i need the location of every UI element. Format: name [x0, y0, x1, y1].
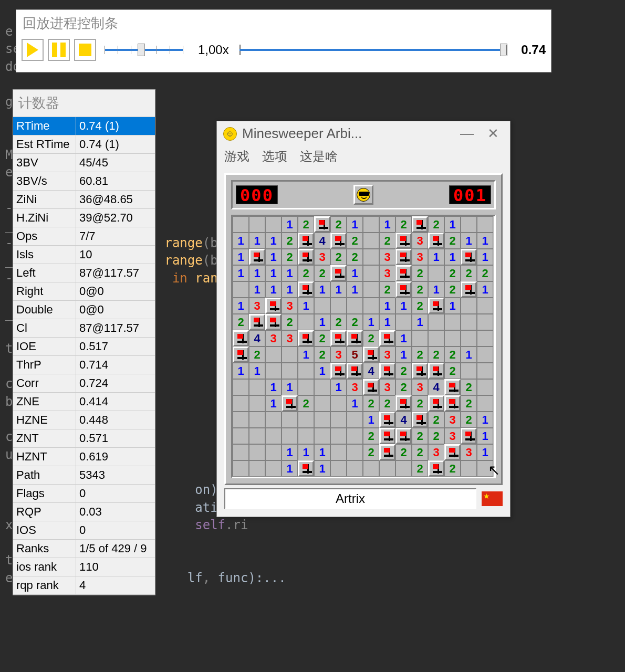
cell[interactable]: 1	[347, 281, 363, 298]
cell[interactable]	[249, 460, 265, 477]
cell[interactable]	[298, 460, 314, 477]
cell[interactable]	[298, 314, 314, 330]
cell[interactable]: 3	[347, 379, 363, 395]
counter-row[interactable]: ZNT0.571	[13, 429, 155, 448]
cell[interactable]: 1	[347, 265, 363, 281]
pause-button[interactable]	[48, 39, 70, 61]
cell[interactable]	[314, 395, 330, 412]
cell[interactable]	[347, 330, 363, 346]
cell[interactable]: 1	[265, 265, 282, 281]
counter-row[interactable]: Ranks1/5 of 429 / 9	[13, 540, 155, 558]
close-button[interactable]: ✕	[483, 125, 504, 142]
cell[interactable]: 3	[249, 298, 265, 314]
cell[interactable]: 2	[477, 265, 493, 281]
cell[interactable]	[477, 460, 493, 477]
cell[interactable]	[444, 444, 461, 460]
cell[interactable]: 1	[314, 281, 330, 298]
cell[interactable]	[363, 233, 379, 249]
cell[interactable]	[461, 298, 477, 314]
cell[interactable]	[298, 233, 314, 249]
cell[interactable]: 2	[461, 395, 477, 412]
cell[interactable]: 1	[265, 249, 282, 265]
cell[interactable]	[461, 314, 477, 330]
cell[interactable]: 3	[461, 444, 477, 460]
cell[interactable]	[428, 314, 444, 330]
counter-row[interactable]: Est RTime0.74 (1)	[13, 135, 155, 154]
cell[interactable]	[233, 330, 249, 346]
menu-options[interactable]: 选项	[262, 148, 287, 165]
minimize-button[interactable]: —	[456, 125, 477, 142]
cell[interactable]: 1	[379, 216, 395, 233]
play-button[interactable]	[22, 39, 44, 61]
cell[interactable]: 2	[314, 330, 330, 346]
cell[interactable]: 1	[282, 281, 298, 298]
cell[interactable]: 1	[363, 412, 379, 428]
cell[interactable]	[233, 216, 249, 233]
cell[interactable]	[477, 379, 493, 395]
cell[interactable]: 1	[395, 346, 412, 363]
cell[interactable]: 1	[265, 281, 282, 298]
cell[interactable]	[265, 460, 282, 477]
cell[interactable]: 1	[314, 444, 330, 460]
cell[interactable]: 2	[444, 346, 461, 363]
cell[interactable]: 1	[249, 233, 265, 249]
cell[interactable]: 2	[347, 314, 363, 330]
cell[interactable]: 1	[249, 281, 265, 298]
cell[interactable]	[330, 395, 347, 412]
cell[interactable]: 3	[444, 428, 461, 444]
cell[interactable]: 2	[282, 249, 298, 265]
cell[interactable]	[477, 363, 493, 379]
counter-row[interactable]: Ops7/7	[13, 227, 155, 246]
cell[interactable]: 3	[428, 444, 444, 460]
cell[interactable]: 1	[428, 249, 444, 265]
counter-row[interactable]: HZNT0.619	[13, 448, 155, 466]
cell[interactable]: 3	[412, 249, 428, 265]
cell[interactable]: 4	[428, 379, 444, 395]
cell[interactable]: 1	[282, 265, 298, 281]
cell[interactable]: 3	[282, 298, 298, 314]
cell[interactable]	[347, 412, 363, 428]
counter-row[interactable]: Left87@117.57	[13, 264, 155, 282]
cell[interactable]: 1	[233, 363, 249, 379]
cell[interactable]	[265, 428, 282, 444]
counter-row[interactable]: ThrP0.714	[13, 356, 155, 374]
cell[interactable]	[363, 379, 379, 395]
cell[interactable]	[444, 395, 461, 412]
cell[interactable]	[233, 412, 249, 428]
cell[interactable]	[347, 428, 363, 444]
cell[interactable]: 1	[298, 346, 314, 363]
cell[interactable]: 2	[330, 249, 347, 265]
cell[interactable]	[428, 265, 444, 281]
cell[interactable]: 1	[412, 314, 428, 330]
cell[interactable]	[249, 216, 265, 233]
cell[interactable]	[249, 314, 265, 330]
cell[interactable]	[428, 233, 444, 249]
cell[interactable]	[233, 379, 249, 395]
cell[interactable]: 3	[412, 379, 428, 395]
cell[interactable]	[314, 412, 330, 428]
cell[interactable]	[395, 265, 412, 281]
cell[interactable]: 2	[298, 395, 314, 412]
cell[interactable]: 2	[282, 233, 298, 249]
counter-row[interactable]: ZNE0.414	[13, 393, 155, 411]
cell[interactable]	[265, 216, 282, 233]
cell[interactable]	[395, 395, 412, 412]
speed-slider[interactable]	[105, 39, 183, 60]
cell[interactable]: 1	[265, 233, 282, 249]
cell[interactable]: 2	[249, 346, 265, 363]
counter-row[interactable]: Path5343	[13, 466, 155, 485]
cell[interactable]: 2	[412, 460, 428, 477]
cell[interactable]	[444, 379, 461, 395]
cell[interactable]: 2	[330, 216, 347, 233]
cell[interactable]	[477, 314, 493, 330]
cell[interactable]: 3	[379, 249, 395, 265]
cell[interactable]	[363, 298, 379, 314]
cell[interactable]	[412, 363, 428, 379]
cell[interactable]: 2	[444, 265, 461, 281]
cell[interactable]	[265, 412, 282, 428]
cell[interactable]: 2	[444, 363, 461, 379]
cell[interactable]: 1	[249, 265, 265, 281]
cell[interactable]: 2	[461, 412, 477, 428]
cell[interactable]	[347, 444, 363, 460]
cell[interactable]: 2	[395, 379, 412, 395]
